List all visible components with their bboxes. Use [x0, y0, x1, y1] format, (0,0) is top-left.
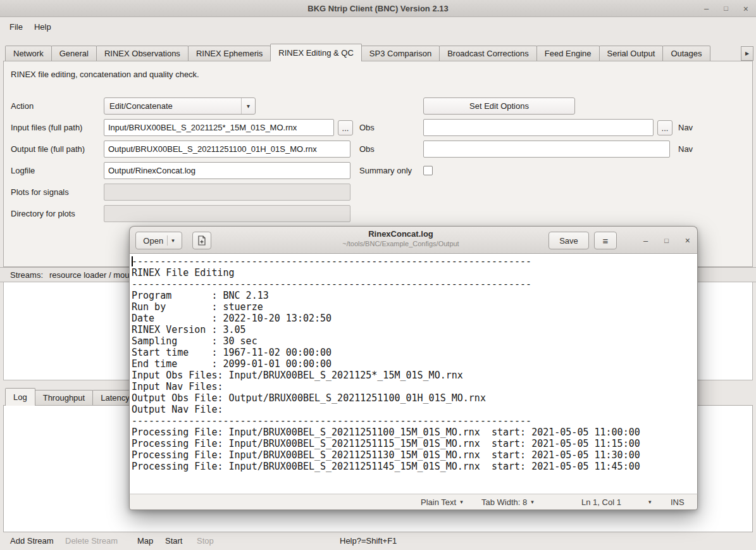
chevron-down-icon: ▾: [241, 98, 255, 114]
logfile-field[interactable]: [104, 162, 350, 179]
map-button[interactable]: Map: [137, 532, 153, 550]
editor-document-title: RinexConcat.log: [218, 229, 583, 239]
open-button[interactable]: Open ▾: [135, 232, 182, 249]
tab-log[interactable]: Log: [5, 388, 35, 406]
doc-type-label: Plain Text: [421, 497, 456, 507]
tab-rinex-editing-qc[interactable]: RINEX Editing & QC: [270, 44, 362, 61]
start-button[interactable]: Start: [165, 532, 182, 550]
stop-button: Stop: [197, 532, 214, 550]
help-hint-label: Help?=Shift+F1: [340, 532, 397, 550]
set-edit-options-button[interactable]: Set Edit Options: [423, 97, 575, 115]
input-files-obs-field[interactable]: [104, 119, 334, 136]
tab-network[interactable]: Network: [5, 46, 52, 61]
tab-broadcast-corrections[interactable]: Broadcast Corrections: [439, 46, 537, 61]
open-dropdown-icon: ▾: [167, 235, 175, 246]
text-editor-window: Open ▾ RinexConcat.log ~/tools/BNC/Examp…: [129, 226, 698, 510]
close-icon[interactable]: ×: [743, 4, 748, 13]
window-controls: – □ ×: [704, 0, 748, 17]
open-button-label: Open: [143, 236, 163, 246]
summary-only-checkbox[interactable]: [423, 166, 433, 175]
editor-minimize-icon[interactable]: –: [643, 237, 648, 245]
action-label: Action: [11, 97, 34, 115]
tab-feed-engine[interactable]: Feed Engine: [536, 46, 600, 61]
tab-scroll-right-button[interactable]: ▶: [741, 46, 753, 61]
editor-document-path: ~/tools/BNC/Example_Configs/Output: [218, 240, 583, 247]
editor-menu-button[interactable]: ≡: [594, 232, 617, 249]
panel-description: RINEX file editing, concatenation and qu…: [11, 70, 199, 79]
editor-close-icon[interactable]: ×: [685, 236, 690, 245]
output-file-nav-caption: Nav: [678, 141, 693, 158]
save-button[interactable]: Save: [548, 232, 589, 249]
editor-window-controls: – □ ×: [643, 227, 690, 254]
editor-titlebar[interactable]: Open ▾ RinexConcat.log ~/tools/BNC/Examp…: [129, 226, 698, 254]
tab-width-dropdown-icon: ▾: [531, 499, 534, 505]
window-title: BKG Ntrip Client (BNC) Version 2.13: [307, 4, 448, 13]
titlebar[interactable]: BKG Ntrip Client (BNC) Version 2.13 – □ …: [0, 0, 756, 17]
tab-outages[interactable]: Outages: [662, 46, 710, 61]
tab-serial-output[interactable]: Serial Output: [599, 46, 664, 61]
output-file-obs-caption: Obs: [359, 141, 375, 158]
hamburger-menu-icon: ≡: [603, 235, 609, 246]
menu-help[interactable]: Help: [28, 20, 57, 34]
delete-stream-button: Delete Stream: [65, 532, 118, 550]
text-cursor: [132, 256, 133, 266]
add-stream-button[interactable]: Add Stream: [10, 532, 54, 550]
tab-rinex-observations[interactable]: RINEX Observations: [96, 46, 189, 61]
tab-rinex-ephemeris[interactable]: RINEX Ephemeris: [188, 46, 271, 61]
editor-title-block: RinexConcat.log ~/tools/BNC/Example_Conf…: [218, 229, 583, 247]
input-files-nav-field[interactable]: [423, 119, 654, 136]
menu-file[interactable]: File: [4, 20, 28, 34]
tab-general[interactable]: General: [51, 46, 97, 61]
bnc-main-window: BKG Ntrip Client (BNC) Version 2.13 – □ …: [0, 0, 756, 550]
plots-signals-field: [104, 184, 350, 201]
menubar: File Help: [0, 18, 756, 35]
new-document-icon: [197, 235, 207, 246]
input-files-nav-browse-button[interactable]: ...: [657, 120, 672, 135]
logfile-label: Logfile: [11, 162, 35, 179]
action-combobox-value: Edit/Concatenate: [109, 101, 173, 111]
bottom-toolbar: Add Stream Delete Stream Map Start Stop …: [0, 532, 756, 550]
output-file-obs-field[interactable]: [104, 141, 350, 158]
plots-signals-label: Plots for signals: [11, 184, 69, 201]
summary-only-label: Summary only: [359, 162, 412, 179]
input-files-label: Input files (full path): [11, 119, 82, 136]
tab-sp3-comparison[interactable]: SP3 Comparison: [361, 46, 440, 61]
plots-dir-label: Directory for plots: [11, 205, 75, 222]
tab-bar: Network General RINEX Observations RINEX…: [0, 44, 756, 61]
tab-throughput[interactable]: Throughput: [35, 390, 94, 405]
doc-type-dropdown-icon: ▾: [460, 499, 463, 505]
input-files-obs-caption: Obs: [359, 119, 375, 136]
cursor-position-label: Ln 1, Col 1: [581, 494, 621, 509]
tab-width-dropdown[interactable]: Tab Width: 8 ▾: [481, 494, 534, 509]
log-file-content: ----------------------------------------…: [130, 254, 697, 472]
action-combobox[interactable]: Edit/Concatenate ▾: [104, 97, 256, 115]
output-file-label: Output file (full path): [11, 141, 85, 158]
new-document-button[interactable]: [192, 232, 211, 249]
editor-statusbar: Plain Text ▾ Tab Width: 8 ▾ Ln 1, Col 1 …: [129, 494, 698, 510]
editor-text-area[interactable]: ----------------------------------------…: [129, 254, 698, 494]
input-files-nav-caption: Nav: [678, 119, 693, 136]
scroll-right-icon: ▶: [745, 51, 749, 56]
goto-line-dropdown[interactable]: ▾: [648, 494, 652, 509]
doc-type-dropdown[interactable]: Plain Text ▾: [421, 494, 463, 509]
tab-width-label: Tab Width: 8: [481, 497, 527, 507]
minimize-icon[interactable]: –: [704, 4, 709, 13]
output-file-nav-field[interactable]: [423, 141, 670, 158]
insert-mode-indicator: INS: [671, 494, 685, 509]
plots-dir-field: [104, 205, 350, 222]
goto-line-dropdown-icon: ▾: [648, 499, 652, 505]
maximize-icon[interactable]: □: [724, 5, 728, 12]
editor-maximize-icon[interactable]: □: [664, 237, 669, 244]
streams-label: Streams:: [10, 270, 43, 280]
input-files-obs-browse-button[interactable]: ...: [338, 120, 353, 135]
